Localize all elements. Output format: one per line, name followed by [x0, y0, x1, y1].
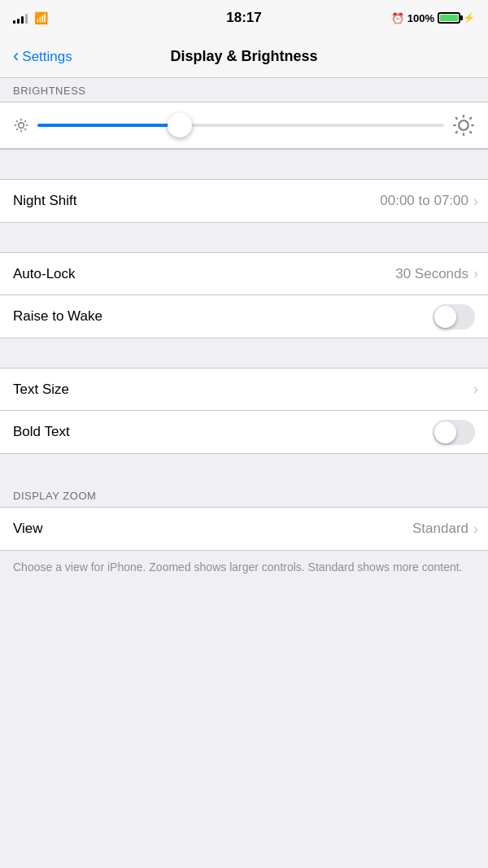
text-size-row[interactable]: Text Size ›	[0, 369, 488, 411]
gap-2	[0, 223, 488, 252]
view-chevron-icon: ›	[473, 521, 478, 538]
auto-lock-label: Auto-Lock	[13, 266, 76, 282]
svg-point-0	[19, 123, 24, 129]
brightness-slider-thumb[interactable]	[168, 113, 192, 137]
night-shift-group: Night Shift 00:00 to 07:00 ›	[0, 179, 488, 223]
text-group: Text Size › Bold Text	[0, 368, 488, 454]
raise-to-wake-row: Raise to Wake	[0, 295, 488, 338]
text-size-label: Text Size	[13, 382, 69, 398]
sun-large-icon	[452, 114, 475, 137]
svg-line-17	[469, 117, 471, 119]
view-row[interactable]: View Standard ›	[0, 508, 488, 550]
text-size-chevron-icon: ›	[473, 381, 478, 398]
svg-line-16	[455, 131, 457, 133]
night-shift-label: Night Shift	[13, 193, 76, 209]
auto-lock-row[interactable]: Auto-Lock 30 Seconds ›	[0, 253, 488, 295]
text-size-value: ›	[473, 381, 475, 398]
lock-wake-group: Auto-Lock 30 Seconds › Raise to Wake	[0, 252, 488, 338]
page-title: Display & Brightness	[170, 48, 317, 65]
nav-bar: ‹ Settings Display & Brightness	[0, 36, 488, 78]
display-zoom-section-label: DISPLAY ZOOM	[0, 483, 488, 507]
gap-1	[0, 150, 488, 179]
wifi-icon: 📶	[34, 11, 48, 24]
svg-line-5	[16, 120, 18, 122]
display-zoom-footer: Choose a view for iPhone. Zoomed shows l…	[0, 551, 488, 589]
status-right: ⏰ 100% ⚡	[391, 12, 475, 24]
gap-4	[0, 454, 488, 483]
svg-line-8	[24, 120, 26, 122]
bold-text-toggle[interactable]	[433, 420, 475, 445]
view-value: Standard ›	[412, 521, 475, 538]
auto-lock-value: 30 Seconds ›	[395, 265, 475, 282]
back-button[interactable]: ‹ Settings	[13, 49, 72, 65]
sun-small-icon	[13, 117, 29, 133]
alarm-icon: ⏰	[391, 12, 404, 24]
bold-text-knob	[434, 421, 456, 443]
display-zoom-group: View Standard ›	[0, 507, 488, 551]
auto-lock-chevron-icon: ›	[473, 265, 478, 282]
svg-point-9	[459, 120, 468, 130]
svg-line-7	[16, 129, 18, 130]
brightness-slider-row	[0, 103, 488, 149]
svg-line-14	[455, 117, 457, 119]
signal-icon	[13, 12, 28, 24]
bold-text-row: Bold Text	[0, 411, 488, 453]
back-label: Settings	[22, 49, 72, 65]
status-left: 📶	[13, 11, 48, 24]
brightness-slider[interactable]	[37, 124, 444, 127]
raise-to-wake-label: Raise to Wake	[13, 308, 102, 325]
gap-3	[0, 338, 488, 368]
battery-icon: ⚡	[438, 12, 475, 24]
night-shift-row[interactable]: Night Shift 00:00 to 07:00 ›	[0, 180, 488, 222]
bold-text-label: Bold Text	[13, 424, 70, 440]
night-shift-value: 00:00 to 07:00 ›	[380, 193, 475, 210]
back-chevron-icon: ‹	[13, 47, 19, 65]
svg-line-6	[24, 129, 26, 130]
brightness-section	[0, 102, 488, 150]
night-shift-chevron-icon: ›	[473, 193, 478, 210]
view-label: View	[13, 521, 43, 537]
brightness-slider-fill	[37, 124, 180, 127]
status-time: 18:17	[226, 10, 261, 26]
battery-percent: 100%	[407, 12, 434, 24]
raise-to-wake-knob	[434, 306, 456, 328]
svg-line-15	[469, 131, 471, 133]
status-bar: 📶 18:17 ⏰ 100% ⚡	[0, 0, 488, 36]
raise-to-wake-toggle[interactable]	[433, 304, 475, 329]
brightness-section-label: BRIGHTNESS	[0, 78, 488, 102]
